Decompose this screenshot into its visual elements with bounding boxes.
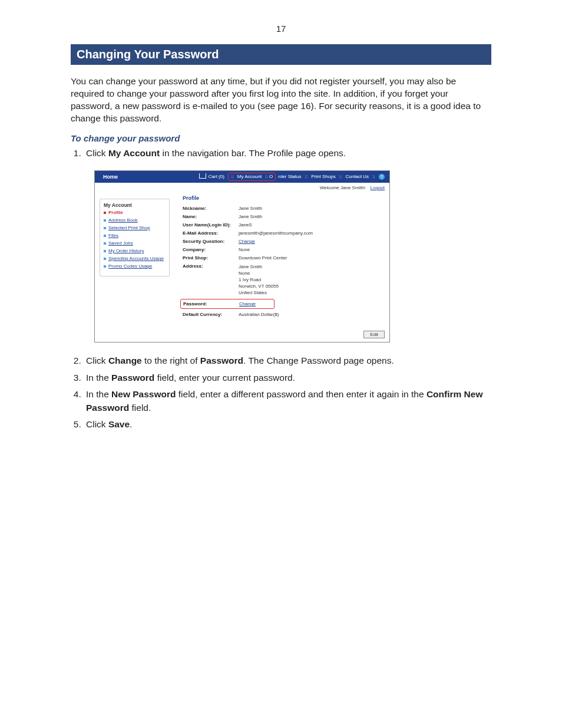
bullet-icon — [104, 258, 106, 260]
step-2: Click Change to the right of Password. T… — [84, 354, 491, 367]
value-currency: Australian Dollar($) — [239, 312, 279, 317]
value-company: None — [239, 247, 250, 252]
label-company: Company: — [183, 247, 239, 252]
nav-order-status[interactable]: rder Status — [278, 174, 301, 179]
nav-my-account-highlight: :: My Account :: O — [228, 173, 276, 181]
step-5: Click Save. — [84, 418, 491, 431]
sidebar-item-address-book[interactable]: Address Book — [104, 218, 166, 223]
nav-print-shops[interactable]: Print Shops — [311, 174, 335, 179]
value-login: JaneS — [239, 222, 252, 228]
logout-link[interactable]: Logout — [371, 185, 385, 190]
step-4: In the New Password field, enter a diffe… — [84, 388, 491, 414]
bullet-icon — [104, 212, 106, 214]
edit-button[interactable]: Edit — [363, 331, 385, 338]
navbar: Home Cart (0) :: My Account :: O rder St… — [95, 171, 389, 183]
nav-home[interactable]: Home — [95, 174, 126, 180]
label-password: Password: — [183, 301, 239, 307]
bullet-icon — [104, 235, 106, 237]
profile-panel: Profile Nickname:Jane Smith Name:Jane Sm… — [172, 195, 386, 325]
intro-paragraph: You can change your password at any time… — [71, 75, 491, 125]
nav-my-account[interactable]: My Account — [237, 174, 262, 179]
sidebar-item-profile[interactable]: Profile — [104, 210, 166, 216]
page-number: 17 — [71, 24, 491, 34]
profile-title: Profile — [183, 195, 384, 201]
steps-list: Click My Account in the navigation bar. … — [84, 147, 491, 160]
sidebar-item-promo-codes[interactable]: Promo Codes Usage — [104, 263, 166, 269]
link-change-security-question[interactable]: Change — [239, 239, 255, 244]
label-nickname: Nickname: — [183, 206, 239, 211]
nav-right-links: Cart (0) :: My Account :: O rder Status … — [198, 173, 389, 181]
nav-contact[interactable]: Contact Us — [346, 174, 369, 179]
value-name: Jane Smith — [239, 214, 262, 219]
label-address: Address: — [183, 263, 239, 269]
step-1: Click My Account in the navigation bar. … — [84, 147, 491, 160]
label-email: E-Mail Address: — [183, 230, 239, 236]
label-login: User Name(Login ID): — [183, 222, 239, 228]
step-3: In the Password field, enter your curren… — [84, 371, 491, 384]
welcome-row: Welcome Jane Smith! Logout — [95, 183, 389, 192]
sidebar: My Account Profile Address Book Selected… — [100, 199, 170, 276]
profile-screenshot: Home Cart (0) :: My Account :: O rder St… — [94, 170, 390, 342]
sidebar-item-spending-accounts[interactable]: Spending Accounts Usage — [104, 256, 166, 262]
bullet-icon — [104, 265, 106, 268]
nav-cart[interactable]: Cart (0) — [209, 174, 224, 179]
help-icon[interactable]: ? — [379, 174, 385, 180]
bullet-icon — [104, 219, 106, 222]
cart-icon[interactable] — [199, 173, 206, 179]
steps-list-continued: Click Change to the right of Password. T… — [84, 354, 491, 431]
link-change-password[interactable]: Change — [239, 301, 256, 307]
bullet-icon — [104, 227, 106, 229]
label-name: Name: — [183, 214, 239, 219]
bullet-icon — [104, 250, 106, 252]
password-row-highlight: Password: Change — [180, 299, 275, 309]
sidebar-item-selected-print-shop[interactable]: Selected Print Shop — [104, 225, 166, 231]
value-email: janesmith@janesmithcompany.com — [239, 230, 313, 236]
section-heading: Changing Your Password — [71, 44, 491, 65]
procedure-subheading: To change your password — [71, 133, 491, 143]
welcome-text: Welcome Jane Smith! — [320, 185, 366, 190]
label-print-shop: Print Shop: — [183, 255, 239, 261]
value-address: Jane Smith None 1 Ivy Road Norwich, VT 0… — [239, 263, 279, 296]
value-nickname: Jane Smith — [239, 206, 262, 211]
bullet-icon — [104, 242, 106, 245]
sidebar-title: My Account — [104, 202, 166, 208]
sidebar-item-order-history[interactable]: My Order History — [104, 248, 166, 254]
label-security-question: Security Question: — [183, 239, 239, 244]
value-print-shop: Downtown Print Center — [239, 255, 287, 261]
label-currency: Default Currency: — [183, 312, 239, 317]
sidebar-item-files[interactable]: Files — [104, 233, 166, 239]
sidebar-item-saved-jobs[interactable]: Saved Jobs — [104, 241, 166, 246]
